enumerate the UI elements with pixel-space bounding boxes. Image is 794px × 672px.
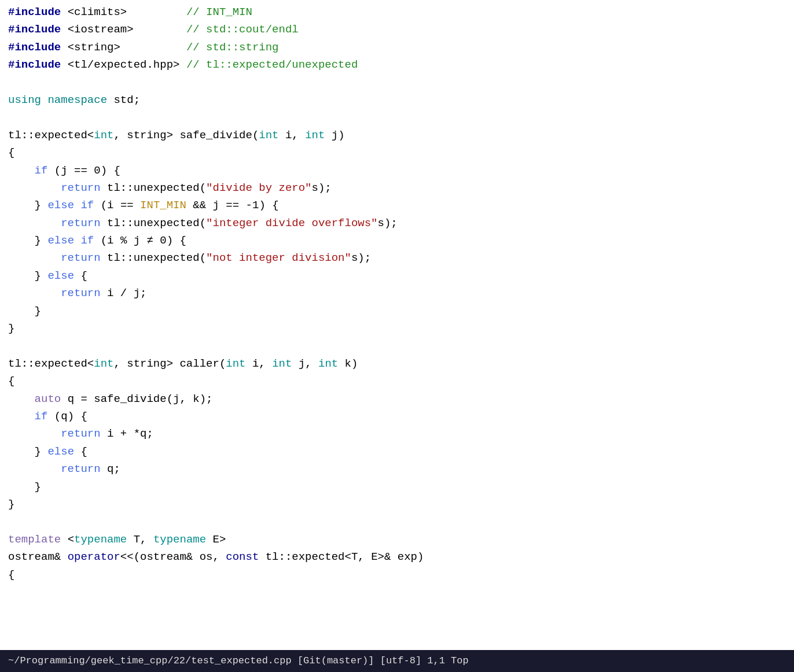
code-content: #include <climits> // INT_MIN #include <…	[8, 3, 794, 584]
status-bar: ~/Programming/geek_time_cpp/22/test_expe…	[0, 650, 794, 672]
editor-container: #include <climits> // INT_MIN #include <…	[0, 0, 794, 672]
code-area[interactable]: #include <climits> // INT_MIN #include <…	[0, 0, 794, 650]
status-bar-text: ~/Programming/geek_time_cpp/22/test_expe…	[8, 653, 469, 669]
